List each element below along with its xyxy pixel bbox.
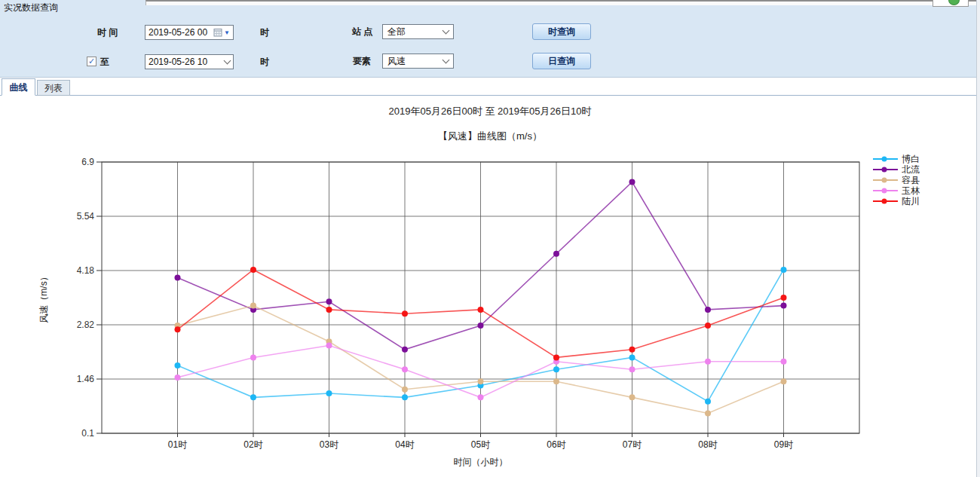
series-point-3-1 — [250, 354, 256, 360]
series-point-0-5 — [553, 366, 559, 372]
series-point-1-5 — [553, 251, 559, 257]
station-select[interactable]: 全部 — [382, 24, 454, 39]
legend-label-1: 北流 — [902, 164, 920, 175]
x-tick-label: 01时 — [168, 439, 187, 450]
day-query-button[interactable]: 日查询 — [532, 53, 591, 69]
wind-speed-line-chart: 6.95.544.182.821.460.101时02时03时04时05时06时… — [0, 147, 980, 477]
y-tick-label: 6.9 — [81, 157, 94, 167]
series-point-0-3 — [402, 394, 408, 400]
series-point-1-0 — [175, 275, 181, 281]
series-point-3-6 — [629, 366, 635, 372]
element-label: 要素 — [353, 54, 371, 69]
end-time-input[interactable]: 2019-05-26 10 — [145, 54, 234, 69]
x-axis-title: 时间（小时） — [454, 457, 508, 467]
tabbar-divider — [0, 95, 980, 96]
element-value: 风速 — [387, 55, 443, 68]
query-panel: 实况数据查询 时 间 2019-05-26 00 ▼ 时 站 点 全部 时查询 … — [0, 0, 980, 78]
legend-marker-4 — [882, 199, 887, 204]
series-point-0-0 — [175, 362, 181, 368]
page-title: 实况数据查询 — [4, 2, 58, 14]
legend-label-4: 陆川 — [902, 196, 920, 206]
to-checkbox[interactable] — [87, 57, 96, 66]
to-label: 至 — [100, 54, 109, 69]
series-point-0-2 — [326, 390, 332, 396]
chevron-down-icon — [443, 26, 450, 34]
series-point-3-4 — [478, 394, 484, 400]
series-point-0-6 — [629, 354, 635, 360]
x-tick-label: 04时 — [395, 439, 414, 450]
start-time-input[interactable]: 2019-05-26 00 ▼ — [145, 25, 234, 40]
hour-unit-row2: 时 — [260, 54, 269, 69]
series-point-2-7 — [705, 411, 711, 417]
legend-label-2: 容县 — [902, 175, 920, 185]
element-select[interactable]: 风速 — [382, 54, 454, 69]
series-point-4-8 — [781, 295, 787, 301]
view-tabbar: 曲线 列表 — [0, 78, 980, 96]
start-time-value: 2019-05-26 00 — [149, 27, 213, 38]
y-tick-label: 1.46 — [77, 374, 95, 384]
legend-marker-2 — [882, 178, 887, 183]
x-tick-label: 02时 — [243, 439, 262, 450]
series-point-2-4 — [478, 378, 484, 384]
date-dropdown-arrow-icon[interactable]: ▼ — [224, 29, 230, 36]
series-point-4-1 — [250, 267, 256, 273]
tab-curve[interactable]: 曲线 — [2, 78, 35, 96]
series-point-4-7 — [705, 323, 711, 329]
series-point-1-3 — [402, 347, 408, 353]
x-tick-label: 06时 — [547, 439, 565, 450]
series-point-1-4 — [478, 323, 484, 329]
y-tick-label: 0.1 — [81, 428, 94, 439]
legend-marker-1 — [882, 167, 887, 173]
window-control — [933, 0, 969, 7]
window-top-strip — [145, 0, 980, 5]
legend-label-0: 博白 — [902, 154, 920, 164]
series-point-4-6 — [629, 347, 635, 353]
series-point-2-5 — [553, 378, 559, 384]
x-tick-label: 08时 — [698, 439, 717, 450]
end-time-value: 2019-05-26 10 — [149, 57, 225, 67]
series-point-1-8 — [781, 303, 787, 309]
series-point-4-5 — [553, 354, 559, 360]
station-label: 站 点 — [352, 24, 372, 39]
series-point-0-7 — [705, 399, 711, 405]
y-tick-label: 5.54 — [77, 211, 95, 222]
legend-label-3: 玉林 — [902, 185, 920, 196]
series-point-2-8 — [781, 378, 787, 384]
chevron-down-icon — [443, 56, 450, 63]
series-point-2-3 — [402, 387, 408, 393]
x-tick-label: 05时 — [471, 439, 490, 450]
chevron-down-icon — [224, 57, 231, 64]
y-axis-title: 风速（m/s） — [38, 272, 49, 323]
y-tick-label: 2.82 — [77, 320, 95, 330]
calendar-icon[interactable] — [213, 28, 222, 37]
series-point-3-2 — [326, 343, 332, 349]
station-value: 全部 — [387, 26, 443, 38]
series-point-0-1 — [250, 394, 256, 400]
x-tick-label: 03时 — [320, 439, 338, 450]
right-edge-strip — [976, 0, 980, 477]
time-label: 时 间 — [97, 25, 118, 40]
tab-list[interactable]: 列表 — [37, 80, 70, 96]
chart-title: 2019年05月26日00时 至 2019年05月26日10时 — [0, 105, 980, 118]
series-point-3-0 — [175, 375, 181, 381]
series-point-4-3 — [402, 310, 408, 316]
hour-unit-row1: 时 — [260, 25, 269, 40]
legend-marker-0 — [882, 157, 887, 162]
series-point-3-3 — [402, 366, 408, 372]
y-tick-label: 4.18 — [77, 265, 95, 276]
x-tick-label: 09时 — [774, 439, 793, 450]
series-point-1-7 — [705, 307, 711, 313]
series-point-4-4 — [478, 307, 484, 313]
legend-marker-3 — [882, 188, 887, 194]
series-point-1-2 — [326, 298, 332, 304]
hour-query-button[interactable]: 时查询 — [532, 23, 591, 40]
series-point-3-8 — [781, 359, 787, 365]
x-tick-label: 07时 — [623, 439, 642, 450]
series-point-1-6 — [629, 179, 635, 185]
series-point-3-7 — [705, 359, 711, 365]
status-indicator-icon — [948, 0, 960, 5]
series-point-2-1 — [250, 303, 256, 309]
chart-subtitle: 【风速】曲线图（m/s） — [0, 130, 980, 143]
series-point-4-2 — [326, 307, 332, 313]
series-point-4-0 — [175, 326, 181, 332]
